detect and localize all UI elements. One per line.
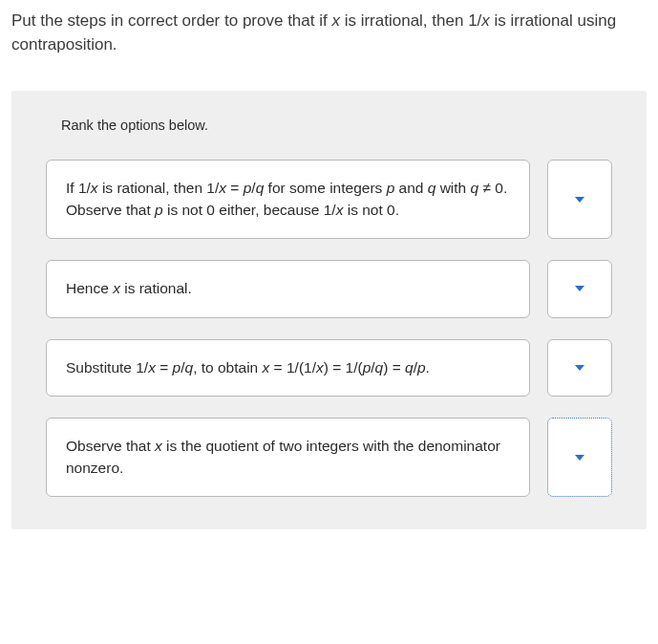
- option-card: If 1/x is rational, then 1/x = p/q for s…: [46, 160, 530, 239]
- t: x: [91, 180, 98, 196]
- option-row: If 1/x is rational, then 1/x = p/q for s…: [46, 160, 612, 239]
- t: q: [256, 180, 265, 196]
- t: is rational.: [120, 280, 192, 296]
- t: is rational, then 1/: [98, 180, 220, 196]
- chevron-down-icon: [575, 197, 584, 203]
- t: x: [113, 280, 120, 296]
- q-var-x: x: [481, 11, 490, 30]
- t: Substitute 1/: [66, 359, 148, 376]
- t: p: [363, 359, 371, 376]
- option-row: Observe that x is the quotient of two in…: [46, 418, 612, 497]
- t: x: [155, 438, 162, 454]
- option-card: Hence x is rational.: [46, 260, 530, 317]
- rank-dropdown[interactable]: [547, 260, 612, 317]
- t: ) =: [383, 359, 405, 376]
- q-part: is irrational, then 1/: [340, 11, 481, 30]
- t: is not 0.: [343, 202, 399, 218]
- t: with: [435, 180, 470, 196]
- t: and: [394, 180, 427, 196]
- t: q: [375, 359, 384, 376]
- question-text: Put the steps in correct order to prove …: [11, 10, 647, 56]
- rank-dropdown[interactable]: [547, 418, 612, 497]
- option-card: Observe that x is the quotient of two in…: [46, 418, 530, 497]
- t: q: [471, 180, 479, 196]
- t: =: [226, 180, 244, 196]
- t: .: [426, 359, 430, 376]
- t: is not 0 either, because 1/: [163, 202, 336, 218]
- t: =: [156, 359, 173, 376]
- t: Hence: [66, 280, 113, 296]
- option-row: Substitute 1/x = p/q, to obtain x = 1/(1…: [46, 339, 612, 397]
- t: q: [405, 359, 414, 376]
- q-part: Put the steps in correct order to prove …: [11, 11, 331, 30]
- t: x: [148, 359, 156, 376]
- option-row: Hence x is rational.: [46, 260, 612, 317]
- chevron-down-icon: [575, 286, 584, 291]
- t: , to obtain: [193, 359, 262, 376]
- t: p: [417, 359, 426, 376]
- rank-dropdown[interactable]: [547, 160, 612, 239]
- chevron-down-icon: [575, 455, 584, 461]
- t: x: [219, 180, 226, 196]
- t: If 1/: [66, 180, 91, 196]
- chevron-down-icon: [575, 365, 584, 371]
- t: q: [185, 359, 194, 376]
- t: p: [387, 180, 395, 196]
- t: for some integers: [264, 180, 386, 196]
- t: x: [316, 359, 324, 376]
- t: p: [155, 202, 163, 218]
- t: p: [173, 359, 181, 376]
- ranking-panel: Rank the options below. If 1/x is ration…: [11, 91, 647, 529]
- rank-dropdown[interactable]: [547, 339, 612, 397]
- q-var-x: x: [331, 11, 340, 30]
- instruction-text: Rank the options below.: [61, 118, 612, 133]
- t: Observe that: [66, 438, 155, 454]
- option-card: Substitute 1/x = p/q, to obtain x = 1/(1…: [46, 339, 530, 397]
- t: = 1/(1/: [269, 359, 316, 376]
- t: ) = 1/(: [324, 359, 363, 376]
